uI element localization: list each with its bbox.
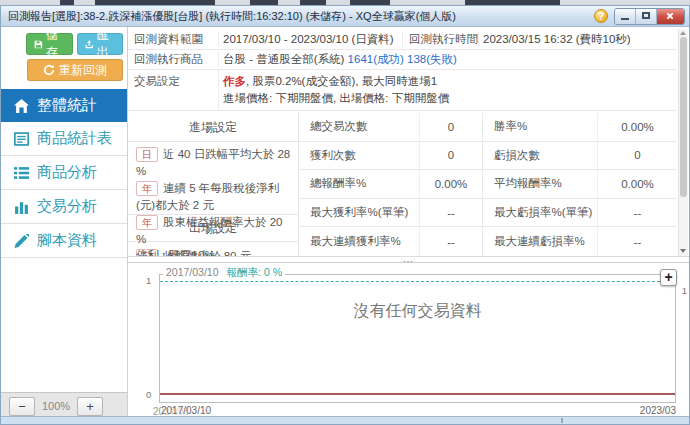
stat-label: 平均報酬率% — [482, 170, 597, 198]
stat-value: -- — [419, 199, 482, 227]
statistics-table: 總交易次數 0 勝率% 0.00% 獲利次數 0 虧損次數 0 總報酬率 — [299, 113, 677, 256]
export-label: 匯出 — [96, 27, 115, 61]
backtest-info-panel: 回測資料範圍 2017/03/10 - 2023/03/10 (日資料) 回測執… — [128, 29, 677, 111]
nav-label: 交易分析 — [37, 197, 97, 216]
product-label: 回測執行商品 — [128, 52, 218, 67]
table-row: 總交易次數 0 勝率% 0.00% — [299, 113, 677, 142]
trade-settings-label: 交易設定 — [128, 70, 218, 89]
nav-item-script-data[interactable]: 腳本資料 — [1, 224, 127, 258]
freq-badge: 日 — [136, 147, 158, 162]
exec-time-value: 2023/03/15 16:32 (費時10秒) — [478, 32, 677, 47]
freq-badge: 年 — [136, 215, 158, 230]
scrollbar-thumb[interactable] — [680, 37, 687, 197]
trade-settings-value: 作多, 股票0.2%(成交金額), 最大同時進場1 進場價格: 下期開盤價, 出… — [218, 70, 677, 110]
direction-value: 作多 — [223, 75, 246, 87]
nav-item-product-stats-table[interactable]: 商品統計表 — [1, 122, 127, 156]
no-data-message: 沒有任何交易資料 — [159, 301, 676, 322]
stat-value: 0 — [597, 142, 677, 170]
scrollbar-down-icon[interactable] — [680, 249, 686, 253]
title-bar[interactable]: 回測報告[選股]:38-2.跌深補漲優股[台股] (執行時間:16:32:10)… — [1, 6, 689, 27]
zoom-in-button[interactable]: + — [77, 397, 103, 416]
statistics-section: 進場設定 日近 40 日跌幅平均大於 28 % 年連續 5 年每股稅後淨利(元)… — [128, 113, 677, 256]
condition-item: 年連續 5 年每股稅後淨利(元)都大於 2 元 — [136, 180, 292, 214]
stat-value: -- — [597, 199, 677, 227]
save-button[interactable]: 儲存 — [26, 33, 73, 55]
minimize-icon — [621, 18, 629, 20]
screen: 回測報告[選股]:38-2.跌深補漲優股[台股] (執行時間:16:32:10)… — [0, 0, 690, 425]
stat-label: 最大獲利率%(單筆) — [299, 205, 419, 220]
rerun-backtest-button[interactable]: 重新回測 — [27, 59, 123, 81]
sidebar: 儲存 匯出 重新回測 整體統計 — [1, 27, 128, 419]
zero-baseline — [160, 393, 675, 395]
home-icon — [14, 99, 29, 113]
freq-badge: 年 — [136, 181, 158, 196]
table-row: 最大連續獲利率% -- 最大連續虧損率% -- — [299, 227, 677, 256]
y-tick-zero: 0 — [146, 389, 151, 400]
rerun-label: 重新回測 — [59, 62, 107, 79]
window-bottom-frame — [1, 416, 689, 424]
stat-label: 獲利次數 — [299, 148, 419, 163]
crosshair-label: 2017/03/10報酬率: 0 % — [163, 266, 285, 280]
entry-settings-header: 進場設定 — [128, 113, 298, 142]
sidebar-nav: 整體統計 商品統計表 商品分析 交易分析 — [1, 89, 127, 258]
bottom-splitter-mark — [561, 418, 563, 423]
refresh-icon — [43, 64, 55, 76]
nav-item-product-analysis[interactable]: 商品分析 — [1, 156, 127, 190]
chart-zoom-in-button[interactable]: + — [660, 269, 677, 286]
scrollbar-up-icon[interactable] — [680, 31, 686, 35]
stat-value: 0 — [419, 142, 482, 170]
stat-label: 最大連續獲利率% — [299, 234, 419, 249]
nav-item-trade-analysis[interactable]: 交易分析 — [1, 190, 127, 224]
save-icon — [34, 39, 43, 50]
nav-item-overall-stats[interactable]: 整體統計 — [1, 89, 127, 122]
zoom-toolbar: − 100% + — [1, 392, 127, 419]
exec-time-label: 回測執行時間 — [402, 32, 478, 47]
success-count[interactable]: 1641(成功) — [348, 53, 404, 65]
stat-value: -- — [419, 227, 482, 256]
y-tick-top-left: 1 — [146, 275, 151, 286]
save-label: 儲存 — [46, 27, 65, 61]
vertical-scrollbar[interactable] — [678, 29, 688, 256]
help-icon: ? — [598, 11, 604, 22]
crosshair-date: 2017/03/10 — [166, 266, 219, 278]
stat-value: -- — [597, 227, 677, 256]
table-row: 最大獲利率%(單筆) -- 最大虧損率%(單筆) -- — [299, 199, 677, 228]
stat-label: 最大連續虧損率% — [482, 227, 597, 256]
window-title: 回測報告[選股]:38-2.跌深補漲優股[台股] (執行時間:16:32:10)… — [8, 9, 594, 24]
zoom-out-button[interactable]: − — [9, 397, 35, 416]
condition-item: 日近 40 日跌幅平均大於 28 % — [136, 146, 292, 180]
product-value: 台股 - 普通股全部(系統) 1641(成功) 138(失敗) — [218, 52, 677, 67]
entry-exit-panel: 進場設定 日近 40 日跌幅平均大於 28 % 年連續 5 年每股稅後淨利(元)… — [128, 113, 299, 256]
pencil-icon — [14, 234, 29, 248]
dashed-return-line — [160, 281, 675, 282]
window-controls — [614, 8, 685, 25]
x-end-label: 2023/03 — [640, 405, 676, 416]
backtest-report-window: 回測報告[選股]:38-2.跌深補漲優股[台股] (執行時間:16:32:10)… — [0, 5, 690, 425]
table-icon — [14, 132, 29, 146]
stat-label: 總交易次數 — [299, 119, 419, 134]
y-tick-top-right: 1 — [682, 285, 687, 296]
export-icon — [85, 39, 93, 50]
maximize-button[interactable] — [636, 9, 657, 24]
nav-label: 商品統計表 — [37, 129, 112, 148]
chart-plot-area[interactable]: 2017/03/10報酬率: 0 % — [159, 274, 676, 403]
fail-count[interactable]: 138(失敗) — [407, 53, 457, 65]
main-content: 回測資料範圍 2017/03/10 - 2023/03/10 (日資料) 回測執… — [128, 27, 689, 419]
return-chart-section: 1 0 1 2017/03/10報酬率: 0 % 沒有任何交易資料 + 2017… — [128, 262, 689, 419]
exit-rule: 停利 : 股票10% — [128, 242, 298, 256]
stat-value: 0.00% — [597, 170, 677, 198]
help-button[interactable]: ? — [594, 9, 608, 23]
stat-label: 總報酬率% — [299, 176, 419, 191]
range-value: 2017/03/10 - 2023/03/10 (日資料) — [218, 32, 402, 47]
stat-value: 0.00% — [597, 113, 677, 141]
sidebar-action-row: 儲存 匯出 — [1, 27, 127, 55]
stat-label: 勝率% — [482, 113, 597, 141]
stat-value: 0.00% — [419, 170, 482, 198]
stat-label: 最大虧損率%(單筆) — [482, 199, 597, 227]
x-start-label: 2017/03/10 — [161, 405, 211, 416]
minimize-button[interactable] — [615, 9, 636, 24]
info-row-trade-settings: 交易設定 作多, 股票0.2%(成交金額), 最大同時進場1 進場價格: 下期開… — [128, 70, 677, 111]
bar-chart-icon — [14, 200, 29, 214]
export-button[interactable]: 匯出 — [77, 33, 123, 55]
close-button[interactable] — [657, 9, 684, 24]
